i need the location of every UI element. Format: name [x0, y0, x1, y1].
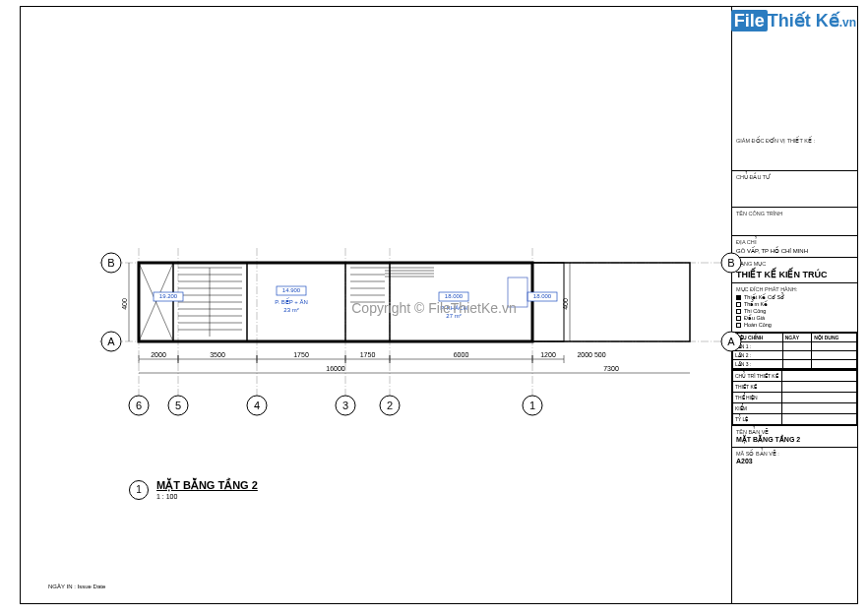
- svg-text:A: A: [107, 336, 115, 347]
- svg-text:B: B: [107, 257, 114, 269]
- svg-text:6: 6: [136, 400, 142, 411]
- svg-text:B: B: [727, 257, 734, 269]
- svg-text:1: 1: [529, 400, 535, 411]
- svg-text:19.200: 19.200: [159, 293, 178, 299]
- sheet-no-section: MÃ SỐ BẢN VẼ : A203: [732, 448, 857, 603]
- category-section: HẠNG MỤC THIẾT KẾ KIẾN TRÚC: [732, 258, 857, 283]
- svg-text:4: 4: [254, 400, 260, 411]
- svg-text:A: A: [727, 336, 735, 347]
- address-section: ĐỊA CHỈ GÒ VẤP, TP HỒ CHÍ MINH: [732, 236, 857, 258]
- revisions-section: HIỆU CHỈNHNGÀYNỘI DUNG LẦN 1 :LẦN 2 :LẦN…: [732, 333, 857, 370]
- designer-section: GIÁM ĐỐC ĐƠN VỊ THIẾT KẾ :: [732, 135, 857, 171]
- svg-text:P. BẾP + ĂN: P. BẾP + ĂN: [275, 297, 308, 305]
- svg-text:18.000: 18.000: [533, 293, 552, 299]
- svg-text:P. KHÁCH: P. KHÁCH: [440, 305, 467, 311]
- svg-text:5: 5: [175, 400, 181, 411]
- svg-text:16000: 16000: [326, 365, 345, 372]
- svg-text:400: 400: [562, 298, 569, 310]
- sheet-name-section: TÊN BẢN VẼ MẶT BẰNG TẦNG 2: [732, 426, 857, 448]
- svg-text:18.000: 18.000: [445, 293, 464, 299]
- view-title: 1 MẶT BẰNG TẦNG 2 1 : 100: [129, 479, 258, 500]
- svg-text:1200: 1200: [540, 351, 556, 358]
- svg-text:400: 400: [121, 298, 128, 310]
- watermark-logo: FileThiết Kế.vn: [731, 10, 856, 31]
- svg-text:1750: 1750: [293, 351, 309, 358]
- svg-text:3500: 3500: [210, 351, 225, 358]
- project-section: TÊN CÔNG TRÌNH: [732, 208, 857, 236]
- svg-text:1750: 1750: [360, 351, 376, 358]
- svg-text:27 m²: 27 m²: [446, 313, 461, 319]
- signatures-section: CHỦ TRÌ THIẾT KẾTHIẾT KẾTHỂ HIỆNKIỂMTỶ L…: [732, 370, 857, 426]
- svg-text:3: 3: [342, 400, 348, 411]
- client-section: CHỦ ĐẦU TƯ: [732, 171, 857, 208]
- print-date: NGÀY IN : Issue Date: [48, 584, 105, 589]
- svg-text:2000 500: 2000 500: [577, 351, 605, 358]
- svg-text:6000: 6000: [454, 351, 469, 358]
- svg-rect-29: [532, 263, 564, 341]
- svg-text:2000: 2000: [151, 351, 166, 358]
- floor-plan: B A B A 1 2 3 4 5 6: [99, 223, 749, 420]
- svg-text:14.900: 14.900: [282, 287, 301, 293]
- purpose-section: MỤC ĐÍCH PHÁT HÀNH: Thiết Kế Cơ SởThẩm K…: [732, 283, 857, 333]
- svg-text:23 m²: 23 m²: [283, 307, 298, 313]
- svg-rect-69: [508, 277, 527, 307]
- svg-text:2: 2: [387, 400, 393, 411]
- svg-text:7300: 7300: [603, 365, 619, 372]
